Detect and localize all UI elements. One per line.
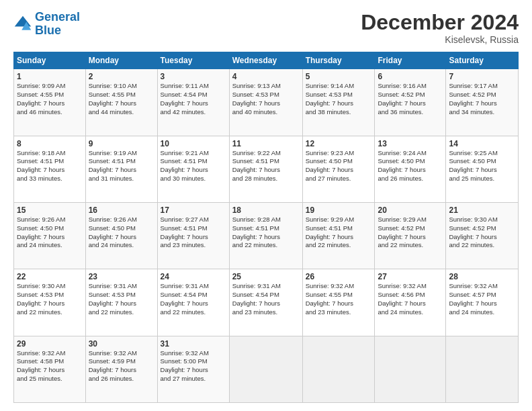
col-wednesday: Wednesday bbox=[229, 52, 302, 69]
day-number: 29 bbox=[17, 339, 83, 349]
day-info: Sunrise: 9:32 AMSunset: 5:00 PMDaylight:… bbox=[161, 349, 226, 383]
day-info: Sunrise: 9:22 AMSunset: 4:51 PMDaylight:… bbox=[232, 149, 300, 183]
table-row: 30Sunrise: 9:32 AMSunset: 4:59 PMDayligh… bbox=[85, 336, 157, 402]
day-number: 31 bbox=[161, 339, 226, 349]
calendar-week-row: 22Sunrise: 9:30 AMSunset: 4:53 PMDayligh… bbox=[14, 269, 519, 336]
table-row: 20Sunrise: 9:29 AMSunset: 4:52 PMDayligh… bbox=[375, 202, 446, 269]
day-info: Sunrise: 9:17 AMSunset: 4:52 PMDaylight:… bbox=[449, 82, 515, 116]
day-info: Sunrise: 9:26 AMSunset: 4:50 PMDaylight:… bbox=[89, 216, 154, 250]
table-row: 31Sunrise: 9:32 AMSunset: 5:00 PMDayligh… bbox=[157, 336, 229, 402]
table-row: 24Sunrise: 9:31 AMSunset: 4:54 PMDayligh… bbox=[157, 269, 229, 336]
day-number: 2 bbox=[89, 72, 154, 81]
table-row: 12Sunrise: 9:23 AMSunset: 4:50 PMDayligh… bbox=[302, 136, 375, 202]
day-number: 9 bbox=[89, 139, 154, 148]
day-info: Sunrise: 9:31 AMSunset: 4:54 PMDaylight:… bbox=[161, 282, 226, 316]
table-row: 18Sunrise: 9:28 AMSunset: 4:51 PMDayligh… bbox=[229, 202, 302, 269]
table-row: 19Sunrise: 9:29 AMSunset: 4:51 PMDayligh… bbox=[302, 202, 375, 269]
title-block: December 2024 Kiselevsk, Russia bbox=[361, 11, 519, 45]
table-row bbox=[446, 336, 519, 402]
table-row: 26Sunrise: 9:32 AMSunset: 4:55 PMDayligh… bbox=[302, 269, 375, 336]
table-row: 2Sunrise: 9:10 AMSunset: 4:55 PMDaylight… bbox=[85, 69, 157, 136]
table-row: 14Sunrise: 9:25 AMSunset: 4:50 PMDayligh… bbox=[446, 136, 519, 202]
day-number: 25 bbox=[232, 272, 300, 281]
table-row bbox=[229, 336, 302, 402]
day-info: Sunrise: 9:24 AMSunset: 4:50 PMDaylight:… bbox=[378, 149, 443, 183]
day-number: 6 bbox=[378, 72, 443, 81]
day-info: Sunrise: 9:27 AMSunset: 4:51 PMDaylight:… bbox=[161, 216, 226, 250]
table-row: 9Sunrise: 9:19 AMSunset: 4:51 PMDaylight… bbox=[85, 136, 157, 202]
table-row: 27Sunrise: 9:32 AMSunset: 4:56 PMDayligh… bbox=[375, 269, 446, 336]
calendar-table: Sunday Monday Tuesday Wednesday Thursday… bbox=[13, 52, 519, 403]
day-number: 24 bbox=[161, 272, 226, 281]
day-number: 23 bbox=[89, 272, 154, 281]
calendar-page: General Blue December 2024 Kiselevsk, Ru… bbox=[0, 0, 532, 411]
day-info: Sunrise: 9:14 AMSunset: 4:53 PMDaylight:… bbox=[306, 82, 372, 116]
col-sunday: Sunday bbox=[14, 52, 86, 69]
day-number: 1 bbox=[17, 72, 83, 81]
table-row: 11Sunrise: 9:22 AMSunset: 4:51 PMDayligh… bbox=[229, 136, 302, 202]
table-row: 4Sunrise: 9:13 AMSunset: 4:53 PMDaylight… bbox=[229, 69, 302, 136]
day-number: 15 bbox=[17, 205, 83, 215]
day-number: 22 bbox=[17, 272, 83, 281]
day-info: Sunrise: 9:32 AMSunset: 4:57 PMDaylight:… bbox=[449, 282, 515, 316]
day-number: 20 bbox=[378, 205, 443, 215]
table-row: 8Sunrise: 9:18 AMSunset: 4:51 PMDaylight… bbox=[14, 136, 86, 202]
table-row: 7Sunrise: 9:17 AMSunset: 4:52 PMDaylight… bbox=[446, 69, 519, 136]
table-row bbox=[302, 336, 375, 402]
day-number: 14 bbox=[449, 139, 515, 148]
logo-icon bbox=[13, 15, 32, 34]
logo: General Blue bbox=[13, 11, 80, 38]
day-info: Sunrise: 9:32 AMSunset: 4:56 PMDaylight:… bbox=[378, 282, 443, 316]
table-row: 6Sunrise: 9:16 AMSunset: 4:52 PMDaylight… bbox=[375, 69, 446, 136]
day-number: 3 bbox=[161, 72, 226, 81]
day-info: Sunrise: 9:29 AMSunset: 4:51 PMDaylight:… bbox=[306, 216, 372, 250]
calendar-week-row: 8Sunrise: 9:18 AMSunset: 4:51 PMDaylight… bbox=[14, 136, 519, 202]
table-row: 17Sunrise: 9:27 AMSunset: 4:51 PMDayligh… bbox=[157, 202, 229, 269]
table-row: 25Sunrise: 9:31 AMSunset: 4:54 PMDayligh… bbox=[229, 269, 302, 336]
col-saturday: Saturday bbox=[446, 52, 519, 69]
day-info: Sunrise: 9:10 AMSunset: 4:55 PMDaylight:… bbox=[89, 82, 154, 116]
day-info: Sunrise: 9:13 AMSunset: 4:53 PMDaylight:… bbox=[232, 82, 300, 116]
col-tuesday: Tuesday bbox=[157, 52, 229, 69]
table-row: 5Sunrise: 9:14 AMSunset: 4:53 PMDaylight… bbox=[302, 69, 375, 136]
logo-text: General Blue bbox=[35, 11, 80, 38]
day-number: 5 bbox=[306, 72, 372, 81]
table-row: 22Sunrise: 9:30 AMSunset: 4:53 PMDayligh… bbox=[14, 269, 86, 336]
day-number: 19 bbox=[306, 205, 372, 215]
month-title: December 2024 bbox=[361, 11, 519, 34]
table-row: 15Sunrise: 9:26 AMSunset: 4:50 PMDayligh… bbox=[14, 202, 86, 269]
day-number: 18 bbox=[232, 205, 300, 215]
col-monday: Monday bbox=[85, 52, 157, 69]
day-number: 7 bbox=[449, 72, 515, 81]
day-info: Sunrise: 9:09 AMSunset: 4:55 PMDaylight:… bbox=[17, 82, 83, 116]
header: General Blue December 2024 Kiselevsk, Ru… bbox=[13, 11, 519, 45]
day-number: 4 bbox=[232, 72, 300, 81]
location-subtitle: Kiselevsk, Russia bbox=[361, 34, 519, 45]
day-info: Sunrise: 9:30 AMSunset: 4:52 PMDaylight:… bbox=[449, 216, 515, 250]
day-info: Sunrise: 9:25 AMSunset: 4:50 PMDaylight:… bbox=[449, 149, 515, 183]
day-number: 12 bbox=[306, 139, 372, 148]
calendar-week-row: 29Sunrise: 9:32 AMSunset: 4:58 PMDayligh… bbox=[14, 336, 519, 402]
col-thursday: Thursday bbox=[302, 52, 375, 69]
day-info: Sunrise: 9:26 AMSunset: 4:50 PMDaylight:… bbox=[17, 216, 83, 250]
day-number: 28 bbox=[449, 272, 515, 281]
table-row bbox=[375, 336, 446, 402]
day-info: Sunrise: 9:23 AMSunset: 4:50 PMDaylight:… bbox=[306, 149, 372, 183]
day-number: 11 bbox=[232, 139, 300, 148]
table-row: 23Sunrise: 9:31 AMSunset: 4:53 PMDayligh… bbox=[85, 269, 157, 336]
day-info: Sunrise: 9:32 AMSunset: 4:59 PMDaylight:… bbox=[89, 349, 154, 383]
col-friday: Friday bbox=[375, 52, 446, 69]
day-number: 10 bbox=[161, 139, 226, 148]
day-info: Sunrise: 9:30 AMSunset: 4:53 PMDaylight:… bbox=[17, 282, 83, 316]
day-info: Sunrise: 9:32 AMSunset: 4:55 PMDaylight:… bbox=[306, 282, 372, 316]
day-info: Sunrise: 9:31 AMSunset: 4:54 PMDaylight:… bbox=[232, 282, 300, 316]
day-number: 26 bbox=[306, 272, 372, 281]
calendar-week-row: 15Sunrise: 9:26 AMSunset: 4:50 PMDayligh… bbox=[14, 202, 519, 269]
day-number: 21 bbox=[449, 205, 515, 215]
table-row: 29Sunrise: 9:32 AMSunset: 4:58 PMDayligh… bbox=[14, 336, 86, 402]
table-row: 1Sunrise: 9:09 AMSunset: 4:55 PMDaylight… bbox=[14, 69, 86, 136]
table-row: 28Sunrise: 9:32 AMSunset: 4:57 PMDayligh… bbox=[446, 269, 519, 336]
day-info: Sunrise: 9:31 AMSunset: 4:53 PMDaylight:… bbox=[89, 282, 154, 316]
calendar-week-row: 1Sunrise: 9:09 AMSunset: 4:55 PMDaylight… bbox=[14, 69, 519, 136]
table-row: 13Sunrise: 9:24 AMSunset: 4:50 PMDayligh… bbox=[375, 136, 446, 202]
